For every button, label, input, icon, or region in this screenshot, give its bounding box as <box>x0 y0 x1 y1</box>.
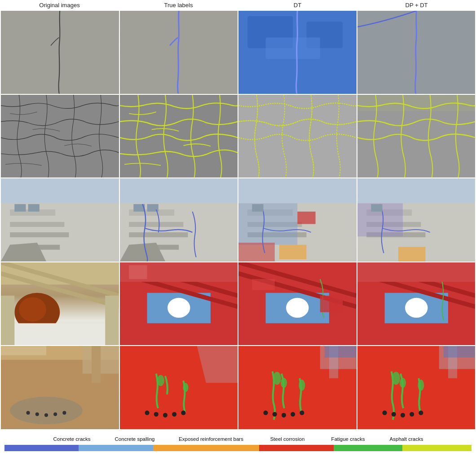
svg-point-91 <box>183 383 188 392</box>
svg-rect-14 <box>1 178 119 203</box>
cell-r3c1 <box>1 178 119 262</box>
svg-rect-6 <box>266 38 320 59</box>
cell-r2c2 <box>120 95 238 178</box>
svg-point-62 <box>167 298 190 318</box>
cell-r5c3 <box>238 346 357 429</box>
svg-point-85 <box>62 411 66 415</box>
legend-label-0: Concrete cracks <box>53 436 90 442</box>
svg-point-90 <box>157 375 164 386</box>
color-exposed-rebar <box>153 445 259 451</box>
svg-rect-87 <box>92 346 101 383</box>
svg-rect-20 <box>14 204 26 212</box>
legend-area: Concrete cracks Concrete spalling Expose… <box>0 430 476 457</box>
col-header-dt: DT <box>238 2 357 10</box>
cell-r1c3 <box>238 11 357 94</box>
svg-point-81 <box>26 411 30 415</box>
svg-point-104 <box>282 413 286 417</box>
svg-rect-32 <box>238 178 357 203</box>
cell-r1c4 <box>357 11 476 94</box>
svg-point-99 <box>273 372 281 385</box>
svg-point-69 <box>286 298 309 318</box>
svg-rect-9 <box>1 95 119 178</box>
cell-r2c1 <box>1 95 119 178</box>
legend-fatigue-cracks: Fatigue cracks <box>319 436 377 443</box>
svg-point-101 <box>299 380 305 391</box>
svg-rect-23 <box>120 178 238 203</box>
svg-point-83 <box>44 413 48 417</box>
svg-point-103 <box>273 412 277 417</box>
color-fatigue-cracks <box>334 445 403 451</box>
col-header-original: Original images <box>0 2 119 10</box>
svg-point-117 <box>410 412 414 417</box>
legend-label-1: Concrete spalling <box>115 436 155 442</box>
cell-r5c2 <box>120 346 238 429</box>
legend-concrete-spalling: Concrete spalling <box>103 436 166 443</box>
svg-rect-70 <box>252 279 274 290</box>
cell-r4c2 <box>120 262 238 346</box>
color-asphalt-cracks <box>402 445 472 451</box>
svg-point-100 <box>281 378 287 388</box>
svg-rect-57 <box>105 296 119 346</box>
svg-point-102 <box>264 411 268 415</box>
col-header-dpdt: DP + DT <box>357 2 476 10</box>
svg-rect-49 <box>371 204 382 212</box>
svg-point-111 <box>392 372 400 385</box>
cell-r4c1 <box>1 262 119 346</box>
cell-r3c4 <box>357 178 476 262</box>
svg-point-96 <box>181 411 185 415</box>
color-concrete-cracks <box>4 445 79 451</box>
col-header-true: True labels <box>119 2 238 10</box>
legend-steel-corrosion: Steel corrosion <box>256 436 319 443</box>
svg-point-76 <box>405 298 428 318</box>
svg-rect-26 <box>129 222 183 227</box>
legend-asphalt-cracks: Asphalt cracks <box>377 436 436 443</box>
svg-point-118 <box>419 411 423 415</box>
svg-point-93 <box>154 412 158 417</box>
svg-rect-21 <box>28 204 40 212</box>
svg-point-80 <box>10 397 83 425</box>
svg-point-82 <box>35 413 39 416</box>
cell-r2c3 <box>238 95 357 178</box>
legend-labels: Concrete cracks Concrete spalling Expose… <box>4 436 472 443</box>
svg-point-94 <box>163 413 167 417</box>
svg-rect-48 <box>398 247 425 261</box>
legend-colors <box>4 445 472 451</box>
svg-rect-27 <box>129 232 188 237</box>
cell-r5c1 <box>1 346 119 429</box>
svg-rect-41 <box>252 204 263 212</box>
svg-rect-39 <box>238 243 275 262</box>
svg-rect-13 <box>357 95 476 111</box>
svg-point-115 <box>391 412 396 417</box>
column-headers: Original images True labels DT DP + DT <box>0 0 476 10</box>
svg-point-105 <box>291 412 295 417</box>
svg-rect-121 <box>443 346 475 358</box>
legend-concrete-cracks: Concrete cracks <box>40 436 103 443</box>
svg-rect-17 <box>10 222 64 227</box>
main-container: Original images True labels DT DP + DT <box>0 0 476 457</box>
color-steel-corrosion <box>259 445 333 451</box>
svg-rect-38 <box>297 212 315 224</box>
svg-point-92 <box>145 411 149 415</box>
cell-r4c4 <box>357 262 476 346</box>
svg-rect-71 <box>320 296 343 312</box>
cell-r3c2 <box>120 178 238 262</box>
svg-point-114 <box>382 411 387 415</box>
svg-point-116 <box>400 413 405 417</box>
svg-rect-42 <box>357 178 476 203</box>
svg-rect-18 <box>10 232 69 237</box>
svg-rect-56 <box>1 296 14 346</box>
image-grid <box>0 10 476 430</box>
svg-point-54 <box>19 297 46 321</box>
legend-label-5: Asphalt cracks <box>390 436 423 442</box>
svg-rect-77 <box>357 262 476 282</box>
svg-rect-55 <box>1 323 119 345</box>
cell-r1c2 <box>120 11 238 94</box>
cell-r5c4 <box>357 346 476 429</box>
cell-r2c4 <box>357 95 476 178</box>
cell-r4c3 <box>238 262 357 346</box>
legend-exposed-rebar: Exposed reinforcement bars <box>166 436 256 443</box>
svg-rect-64 <box>129 265 147 279</box>
svg-rect-109 <box>325 346 357 358</box>
legend-label-4: Fatigue cracks <box>331 436 365 442</box>
svg-point-113 <box>418 380 424 391</box>
